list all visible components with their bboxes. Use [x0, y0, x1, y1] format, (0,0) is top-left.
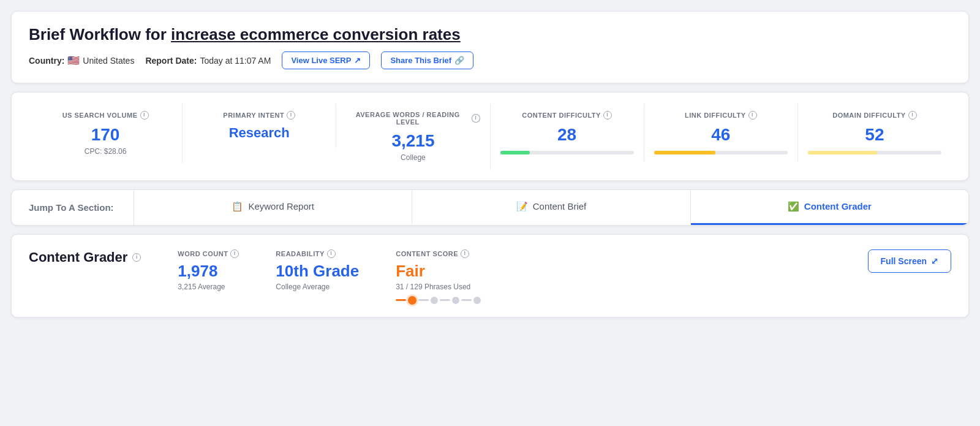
view-live-serp-button[interactable]: View Live SERP ↗: [282, 51, 370, 69]
cg-metric-1: READABILITY i 10th Grade College Average: [276, 249, 359, 305]
nav-card: Jump To A Section: 📋 Keyword Report 📝 Co…: [11, 189, 969, 226]
content-brief-icon: 📝: [516, 201, 528, 212]
score-empty-line: [418, 299, 429, 301]
stat-value-3: 28: [500, 126, 634, 145]
cg-metric-0: WORD COUNT i 1,978 3,215 Average: [178, 249, 239, 305]
tab-content-grader-label: Content Grader: [804, 201, 872, 211]
stat-item-2: AVERAGE WORDS / READING LEVEL i 3,215 Co…: [336, 104, 490, 169]
header-meta: Country: 🇺🇸 United States Report Date: T…: [29, 51, 951, 69]
stats-card: US SEARCH VOLUME i 170 CPC: $28.06 PRIMA…: [11, 92, 969, 181]
cg-metric-value-0: 1,978: [178, 262, 239, 281]
stat-value-2: 3,215: [346, 132, 480, 151]
stat-info-icon-3[interactable]: i: [603, 111, 612, 120]
country-label: Country:: [29, 56, 64, 66]
cg-metric-label-1: READABILITY i: [276, 249, 359, 258]
share-brief-label: Share This Brief: [390, 56, 451, 65]
content-grader-title: Content Grader: [29, 249, 127, 265]
tab-keyword-report[interactable]: 📋 Keyword Report: [134, 190, 412, 225]
stat-info-icon-1[interactable]: i: [287, 111, 295, 120]
cg-metric-sub-0: 3,215 Average: [178, 283, 239, 291]
stat-info-icon-0[interactable]: i: [140, 111, 149, 120]
stat-label-0: US SEARCH VOLUME i: [39, 111, 172, 120]
stats-row: US SEARCH VOLUME i 170 CPC: $28.06 PRIMA…: [29, 104, 951, 169]
country-name: United States: [83, 56, 134, 66]
stat-value-0: 170: [39, 126, 172, 145]
stat-sub-0: CPC: $28.06: [39, 147, 172, 156]
nav-jump-label: Jump To A Section:: [12, 190, 134, 225]
cg-metric-info-icon-1[interactable]: i: [327, 249, 336, 258]
score-dot-3: [473, 297, 481, 304]
stat-info-icon-2[interactable]: i: [472, 114, 480, 123]
stat-item-1: PRIMARY INTENT i Research: [183, 104, 336, 148]
stat-info-icon-5[interactable]: i: [908, 111, 917, 120]
stat-progress-3: [500, 151, 634, 154]
cg-metric-label-2: CONTENT SCORE i: [396, 249, 481, 258]
country-flag: 🇺🇸: [67, 55, 80, 66]
external-link-icon: ↗: [354, 56, 361, 65]
cg-metric-info-icon-2[interactable]: i: [461, 249, 469, 258]
stat-info-icon-4[interactable]: i: [748, 111, 757, 120]
stat-item-4: LINK DIFFICULTY i 46: [644, 104, 798, 162]
title-prefix: Brief Workflow for: [29, 25, 171, 44]
content-grader-info-icon[interactable]: i: [132, 253, 141, 262]
view-live-serp-label: View Live SERP: [291, 56, 351, 65]
stat-item-3: CONTENT DIFFICULTY i 28: [491, 104, 644, 162]
stat-progress-fill-4: [654, 151, 715, 154]
full-screen-icon: ⤢: [931, 256, 938, 266]
cg-metric-label-0: WORD COUNT i: [178, 249, 239, 258]
score-empty-line-3: [461, 299, 472, 301]
stat-label-1: PRIMARY INTENT i: [192, 111, 326, 120]
stat-sub-2: College: [346, 153, 480, 162]
report-date-value: Today at 11:07 AM: [200, 56, 271, 66]
cg-metric-sub-2: 31 / 129 Phrases Used: [396, 283, 481, 291]
stat-item-5: DOMAIN DIFFICULTY i 52: [798, 104, 951, 162]
score-progress: [396, 296, 481, 305]
share-brief-button[interactable]: Share This Brief 🔗: [381, 51, 473, 69]
tab-content-brief-label: Content Brief: [533, 201, 587, 211]
header-card: Brief Workflow for increase ecommerce co…: [11, 11, 969, 83]
content-grader-header: Content Grader i WORD COUNT i 1,978 3,21…: [29, 249, 951, 305]
stat-progress-5: [808, 151, 941, 154]
tab-keyword-report-label: Keyword Report: [248, 201, 314, 211]
score-active-dot: [408, 296, 417, 305]
score-filled-line: [396, 299, 406, 301]
link-icon: 🔗: [454, 56, 464, 65]
stat-value-1[interactable]: Research: [192, 126, 326, 140]
country-meta: Country: 🇺🇸 United States: [29, 55, 134, 66]
tab-content-grader[interactable]: ✅ Content Grader: [691, 190, 968, 225]
full-screen-label: Full Screen: [881, 256, 927, 266]
stat-label-4: LINK DIFFICULTY i: [654, 111, 788, 120]
page-title: Brief Workflow for increase ecommerce co…: [29, 25, 951, 44]
stat-value-5: 52: [808, 126, 941, 145]
content-grader-check-icon: ✅: [788, 201, 799, 212]
content-grader-metrics: WORD COUNT i 1,978 3,215 Average READABI…: [178, 249, 481, 305]
full-screen-area: Full Screen ⤢: [868, 249, 951, 273]
stat-label-2: AVERAGE WORDS / READING LEVEL i: [346, 111, 480, 126]
stat-label-5: DOMAIN DIFFICULTY i: [808, 111, 941, 120]
stat-item-0: US SEARCH VOLUME i 170 CPC: $28.06: [29, 104, 183, 163]
title-keyword-link[interactable]: increase ecommerce conversion rates: [171, 25, 461, 44]
report-date-meta: Report Date: Today at 11:07 AM: [145, 56, 271, 66]
stat-value-4: 46: [654, 126, 788, 145]
stat-label-3: CONTENT DIFFICULTY i: [500, 111, 634, 120]
content-grader-card: Content Grader i WORD COUNT i 1,978 3,21…: [11, 234, 969, 318]
score-dot-2: [452, 297, 459, 304]
content-grader-title-area: Content Grader i: [29, 249, 141, 265]
tab-content-brief[interactable]: 📝 Content Brief: [412, 190, 690, 225]
cg-metric-info-icon-0[interactable]: i: [230, 249, 239, 258]
cg-metric-value-1: 10th Grade: [276, 262, 359, 281]
score-dot-1: [431, 297, 438, 304]
stat-progress-fill-3: [500, 151, 530, 154]
score-empty-line-2: [440, 299, 450, 301]
stat-progress-fill-5: [808, 151, 877, 154]
report-date-label: Report Date:: [145, 56, 197, 66]
cg-metric-sub-1: College Average: [276, 283, 359, 291]
keyword-report-icon: 📋: [232, 201, 243, 212]
cg-metric-value-2: Fair: [396, 262, 481, 281]
stat-progress-4: [654, 151, 788, 154]
full-screen-button[interactable]: Full Screen ⤢: [868, 249, 951, 273]
cg-metric-2: CONTENT SCORE i Fair 31 / 129 Phrases Us…: [396, 249, 481, 305]
